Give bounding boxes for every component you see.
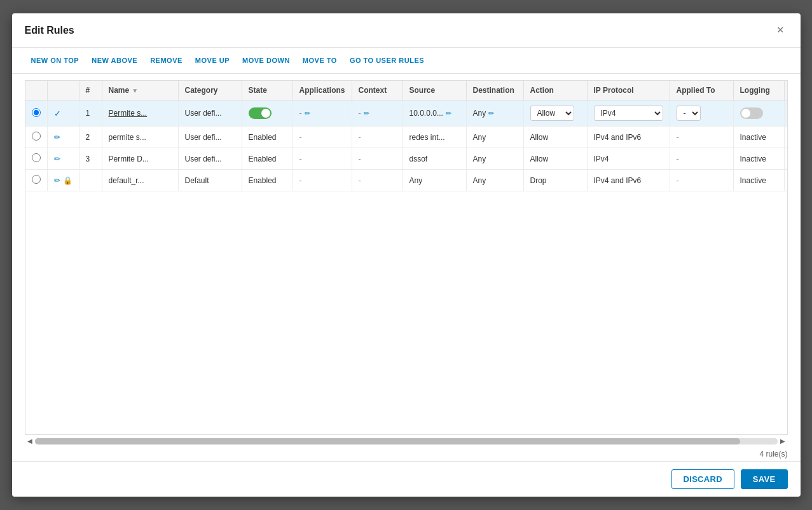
row1-applied-select[interactable]: - bbox=[677, 106, 701, 121]
row1-toggle[interactable] bbox=[249, 107, 272, 119]
row1-applications: - ✏ bbox=[292, 100, 352, 127]
remove-button[interactable]: REMOVE bbox=[144, 54, 189, 67]
row1-state bbox=[242, 100, 292, 127]
row3-action: Allow bbox=[523, 148, 587, 170]
row2-logging: Inactive bbox=[733, 127, 784, 148]
modal-footer: DISCARD SAVE bbox=[12, 461, 801, 497]
move-up-button[interactable]: MOVE UP bbox=[189, 54, 236, 67]
table-row: ✓ 1 Permite s... User defi... bbox=[25, 100, 788, 127]
row1-src-edit-icon[interactable]: ✏ bbox=[446, 109, 451, 118]
row3-logging-id: 3075 bbox=[784, 148, 787, 170]
col-edit bbox=[47, 81, 79, 100]
row2-state: Enabled bbox=[242, 127, 292, 148]
row2-category: User defi... bbox=[178, 127, 242, 148]
rules-count: 4 rule(s) bbox=[12, 447, 801, 461]
col-applied-to: Applied To bbox=[670, 81, 733, 100]
row1-category: User defi... bbox=[178, 100, 242, 127]
close-button[interactable]: × bbox=[773, 22, 788, 38]
modal-title: Edit Rules bbox=[25, 25, 74, 36]
new-on-top-button[interactable]: NEW ON TOP bbox=[25, 54, 86, 67]
row4-category: Default bbox=[178, 170, 242, 191]
row2-destination: Any bbox=[466, 127, 523, 148]
col-context: Context bbox=[352, 81, 403, 100]
row1-check-icon: ✓ bbox=[54, 109, 61, 118]
move-down-button[interactable]: MOVE DOWN bbox=[236, 54, 296, 67]
row1-check-cell: ✓ bbox=[47, 100, 79, 127]
row4-state: Enabled bbox=[242, 170, 292, 191]
row2-applied-to: - bbox=[670, 127, 733, 148]
edit-rules-modal: Edit Rules × NEW ON TOP NEW ABOVE REMOVE… bbox=[12, 13, 801, 497]
col-applications: Applications bbox=[292, 81, 352, 100]
toolbar: NEW ON TOP NEW ABOVE REMOVE MOVE UP MOVE… bbox=[12, 48, 801, 74]
col-logging: Logging bbox=[733, 81, 784, 100]
row3-source: dssof bbox=[403, 148, 466, 170]
row4-applied-to: - bbox=[670, 170, 733, 191]
row3-edit-icon[interactable]: ✏ bbox=[54, 155, 60, 163]
row2-context: - bbox=[352, 127, 403, 148]
go-to-user-rules-button[interactable]: GO TO USER RULES bbox=[343, 54, 430, 67]
row4-source: Any bbox=[403, 170, 466, 191]
row1-context: - ✏ bbox=[352, 100, 403, 127]
col-action: Action bbox=[523, 81, 587, 100]
col-state: State bbox=[242, 81, 292, 100]
name-sort-icon[interactable]: ▼ bbox=[132, 87, 138, 94]
row2-edit-cell: ✏ bbox=[47, 127, 79, 148]
row3-category: User defi... bbox=[178, 148, 242, 170]
row3-logging: Inactive bbox=[733, 148, 784, 170]
rules-table: # Name ▼ Category State Applications Con… bbox=[25, 81, 788, 191]
row4-action: Drop bbox=[523, 170, 587, 191]
row1-radio[interactable] bbox=[32, 108, 41, 117]
row4-destination: Any bbox=[466, 170, 523, 191]
row3-name: Permite D... bbox=[102, 148, 178, 170]
row4-context: - bbox=[352, 170, 403, 191]
horizontal-scrollbar-area: ◀ ▶ bbox=[12, 435, 801, 447]
col-name: Name ▼ bbox=[102, 81, 178, 100]
col-logging-id: Logging ID bbox=[784, 81, 787, 100]
row1-source: 10.0.0.0... ✏ bbox=[403, 100, 466, 127]
row1-action-select[interactable]: Allow Drop Reject bbox=[530, 106, 574, 121]
table-row: ✏ 3 Permite D... User defi... Enabled - … bbox=[25, 148, 788, 170]
row1-radio-cell bbox=[25, 100, 48, 127]
row3-edit-cell: ✏ bbox=[47, 148, 79, 170]
table-row: ✏ 🔒 default_r... Default Enabled - - Any… bbox=[25, 170, 788, 191]
row2-action: Allow bbox=[523, 127, 587, 148]
scroll-right-arrow[interactable]: ▶ bbox=[778, 438, 788, 445]
scroll-thumb bbox=[35, 438, 741, 445]
scroll-left-arrow[interactable]: ◀ bbox=[25, 438, 35, 445]
row4-radio[interactable] bbox=[32, 175, 41, 184]
new-above-button[interactable]: NEW ABOVE bbox=[85, 54, 144, 67]
row2-logging-id: 4354 bbox=[784, 127, 787, 148]
modal-header: Edit Rules × bbox=[12, 13, 801, 48]
horizontal-scrollbar[interactable] bbox=[35, 438, 778, 445]
rules-table-container: # Name ▼ Category State Applications Con… bbox=[25, 80, 788, 435]
table-header-row: # Name ▼ Category State Applications Con… bbox=[25, 81, 788, 100]
row1-destination: Any ✏ bbox=[466, 100, 523, 127]
row2-ip-protocol: IPv4 and IPv6 bbox=[587, 127, 670, 148]
row4-edit-icon[interactable]: ✏ bbox=[54, 176, 60, 185]
row3-radio[interactable] bbox=[32, 153, 41, 162]
row2-applications: - bbox=[292, 127, 352, 148]
row4-ip-protocol: IPv4 and IPv6 bbox=[587, 170, 670, 191]
row1-app-edit-icon[interactable]: ✏ bbox=[305, 109, 310, 118]
row2-edit-icon[interactable]: ✏ bbox=[54, 133, 60, 142]
row4-applications: - bbox=[292, 170, 352, 191]
row1-applied-to: - bbox=[670, 100, 733, 127]
row1-dst-edit-icon[interactable]: ✏ bbox=[488, 109, 494, 118]
row2-source: redes int... bbox=[403, 127, 466, 148]
row3-applications: - bbox=[292, 148, 352, 170]
row2-radio[interactable] bbox=[32, 132, 41, 141]
col-checkbox bbox=[25, 81, 48, 100]
row1-logging-id: 3076 bbox=[784, 100, 787, 127]
row1-ip-select[interactable]: IPv4 IPv6 IPv4 and IPv6 bbox=[594, 106, 663, 121]
row1-ctx-edit-icon[interactable]: ✏ bbox=[364, 109, 369, 118]
row1-logging-toggle[interactable] bbox=[740, 107, 763, 119]
move-to-button[interactable]: MOVE TO bbox=[296, 54, 343, 67]
row1-ip-protocol: IPv4 IPv6 IPv4 and IPv6 bbox=[587, 100, 670, 127]
row3-destination: Any bbox=[466, 148, 523, 170]
row1-logging bbox=[733, 100, 784, 127]
discard-button[interactable]: DISCARD bbox=[671, 469, 734, 489]
col-source: Source bbox=[403, 81, 466, 100]
save-button[interactable]: SAVE bbox=[741, 469, 788, 489]
table-row: ✏ 2 permite s... User defi... Enabled - … bbox=[25, 127, 788, 148]
col-ip-protocol: IP Protocol bbox=[587, 81, 670, 100]
